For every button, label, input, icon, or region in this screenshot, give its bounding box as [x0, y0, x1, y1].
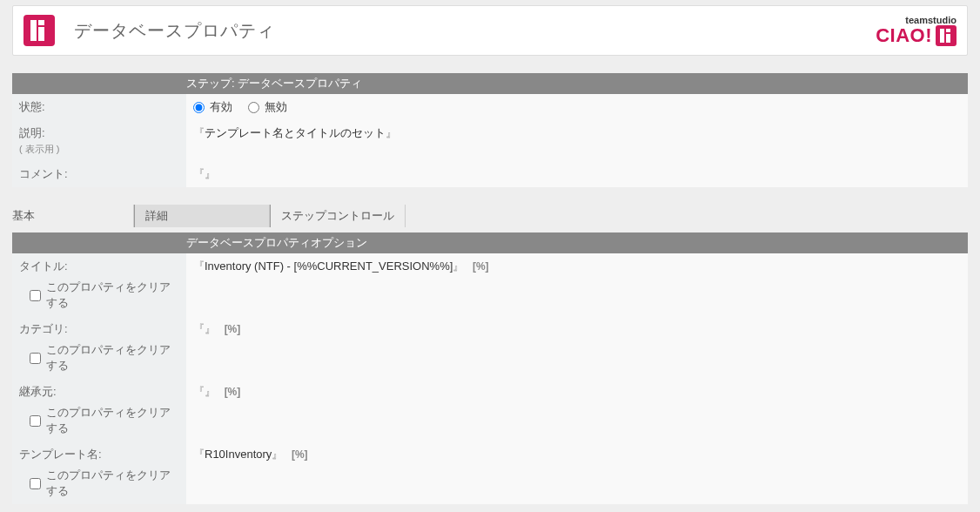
title-value[interactable]: 『Inventory (NTF) - [%%CURRENT_VERSION%%]…: [193, 259, 489, 273]
app-header: データベースプロパティ teamstudio CIAO!: [12, 5, 968, 56]
page-title: データベースプロパティ: [74, 19, 876, 43]
radio-enabled-input[interactable]: [193, 102, 205, 113]
inherit-value[interactable]: 『』 [%]: [193, 385, 240, 398]
template-clear-label: このプロパティをクリアする: [46, 468, 179, 499]
inherit-label: 継承元:: [19, 385, 57, 398]
comment-label: コメント:: [12, 161, 186, 187]
brand-ciao-text: CIAO!: [876, 26, 932, 45]
percent-icon[interactable]: [%]: [225, 386, 241, 398]
brand-block: teamstudio CIAO!: [876, 16, 957, 46]
desc-label: 説明:: [19, 126, 45, 139]
svg-rect-6: [946, 34, 950, 43]
options-section-header: データベースプロパティオプション: [12, 232, 968, 253]
inherit-clear-checkbox[interactable]: このプロパティをクリアする: [30, 405, 179, 436]
category-clear-checkbox[interactable]: このプロパティをクリアする: [30, 342, 179, 374]
title-label: タイトル:: [19, 259, 68, 273]
svg-rect-1: [30, 20, 37, 41]
step-section-header-text: ステップ: データベースプロパティ: [186, 76, 362, 91]
svg-rect-7: [946, 29, 950, 32]
brand-icon: [936, 25, 957, 46]
title-clear-checkbox-input[interactable]: [30, 290, 41, 301]
desc-sub-label: ( 表示用 ): [19, 143, 179, 156]
tab-detail[interactable]: 詳細: [134, 205, 270, 227]
category-label: カテゴリ:: [19, 322, 68, 335]
svg-rect-2: [38, 27, 44, 41]
category-clear-checkbox-input[interactable]: [30, 353, 41, 364]
radio-disabled[interactable]: 無効: [248, 99, 287, 115]
title-clear-checkbox[interactable]: このプロパティをクリアする: [30, 280, 179, 311]
radio-disabled-label: 無効: [265, 99, 287, 115]
category-value[interactable]: 『』 [%]: [193, 322, 240, 335]
step-section-header: ステップ: データベースプロパティ: [12, 73, 968, 94]
options-form: タイトル: このプロパティをクリアする 『Inventory (NTF) - […: [12, 253, 968, 504]
step-form: 状態: 有効 無効 説明: ( 表示用 ): [12, 94, 968, 187]
percent-icon[interactable]: [%]: [473, 260, 489, 273]
tab-basic[interactable]: 基本: [12, 205, 134, 227]
template-clear-checkbox-input[interactable]: [30, 478, 41, 489]
svg-rect-5: [940, 29, 944, 43]
state-label: 状態:: [12, 94, 186, 120]
tab-step-control[interactable]: ステップコントロール: [270, 205, 406, 227]
desc-value[interactable]: 『テンプレート名とタイトルのセット』: [193, 126, 397, 139]
tabstrip: 基本 詳細 ステップコントロール: [12, 205, 968, 227]
inherit-clear-checkbox-input[interactable]: [30, 415, 41, 427]
template-value[interactable]: 『R10Inventory』 [%]: [193, 448, 308, 461]
percent-icon[interactable]: [%]: [292, 448, 308, 461]
comment-value[interactable]: 『』: [193, 167, 216, 180]
options-section-header-text: データベースプロパティオプション: [186, 235, 367, 251]
percent-icon[interactable]: [%]: [225, 323, 241, 335]
svg-rect-3: [38, 20, 44, 25]
inherit-clear-label: このプロパティをクリアする: [46, 405, 179, 436]
radio-enabled-label: 有効: [210, 99, 232, 115]
state-radio-group: 有効 無効: [193, 99, 961, 115]
category-clear-label: このプロパティをクリアする: [46, 342, 179, 374]
radio-disabled-input[interactable]: [248, 102, 259, 113]
template-label: テンプレート名:: [19, 448, 102, 461]
radio-enabled[interactable]: 有効: [193, 99, 232, 115]
title-clear-label: このプロパティをクリアする: [46, 280, 179, 311]
brand-top-text: teamstudio: [905, 16, 957, 25]
app-logo-icon: [23, 15, 55, 46]
template-clear-checkbox[interactable]: このプロパティをクリアする: [30, 468, 179, 499]
